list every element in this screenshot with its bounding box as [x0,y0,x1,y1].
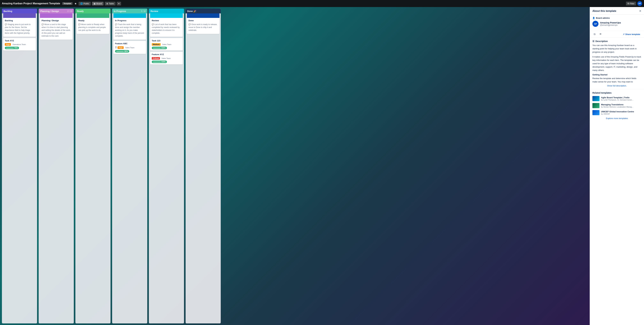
done-card-title: Done [188,19,218,22]
comment-icon: 💬 [78,23,81,26]
related-name-agile: Agile Board Template | Trello [601,96,633,99]
close-button[interactable]: ✕ [639,9,642,13]
task-123-badge: Medium [152,43,161,46]
card-review-label[interactable]: Review 💬 List of work that has been comp… [150,14,183,37]
feature-abc-progress: ⬥⬥⬥⬥⬥⬥⬥⬦ 80% [115,50,144,52]
column-inprogress-title: In Progress [114,10,126,12]
filter-button[interactable]: ⧉ Filter [626,2,636,6]
card-feature-xyz[interactable]: Feature XYZ Critical Sales Team ⬥⬥⬥⬥⬥⬥⬥⬥… [150,52,183,64]
card-color-bar [40,14,72,18]
column-inprogress-body: In Progress 💬 Track the work that is bei… [112,14,147,324]
description-text-1: You can use this Amazing Kanban board as… [592,44,642,54]
comment-icon: 💬 [5,23,7,26]
description-title: ☰ Description [592,40,642,42]
admin-name: Amazing PowerUps [600,22,621,24]
card-color-bar [187,14,220,18]
feature-xyz-progress: ⬥⬥⬥⬥⬥⬥⬥⬥ 100% [152,60,181,63]
board-view-button[interactable]: ▦ Board [92,2,104,6]
admin-icon: 👤 [592,17,595,19]
admin-row: AP Amazing PowerUps @amazingpowerups [592,21,642,27]
copy-icon: ⧉ [594,33,596,36]
more-views-button[interactable]: ▾ [117,2,121,6]
task-123-title: Task 123 [152,39,181,42]
related-info-unicef: UNICEF Global Innovation Centre by UNICE… [601,110,634,115]
related-item-unicef[interactable]: UNICEF Global Innovation Centre by UNICE… [592,110,642,115]
feature-xyz-title: Feature XYZ [152,53,181,56]
card-color-bar [77,14,109,18]
ready-card-title: Ready [78,19,108,22]
card-desc: 💬 Staging area to put work to plan for t… [5,23,34,34]
task-123-progress: ⬥⬥⬥⬥⬥⬥⬥⬥ 100% [152,47,181,49]
related-title: Related templates [592,92,642,94]
admin-handle: @amazingpowerups [600,24,621,26]
column-header-backlog: Backlog [2,9,37,14]
filter-icon: ⧉ [628,2,629,5]
getting-started-text: Review the template and determine which … [592,77,642,84]
watch-button[interactable]: 👁 [598,32,603,36]
share-icon: ↗ [623,33,624,36]
card-backlog-label[interactable]: Backlog 💬 Staging area to put work to pl… [3,14,36,37]
column-header-ready: Ready [76,9,110,14]
planning-card-desc: 💬 Move a card to this stage when it is t… [42,23,71,38]
inprogress-card-title: In Progress [115,19,144,22]
topnav: Amazing Kanban Project Management Templa… [0,0,644,7]
column-review-title: Review [150,10,158,12]
card-feature-abc[interactable]: Feature ABC ⠿ High Sales Team ⬥⬥⬥⬥⬥⬥⬥⬦ 8… [114,41,146,54]
visibility-button[interactable]: 🌐 Public [78,2,91,6]
column-backlog-title: Backlog [4,10,12,12]
related-name-unicef: UNICEF Global Innovation Centre [601,110,634,113]
column-backlog: Backlog Backlog 💬 Staging area to put wo… [2,9,37,324]
card-task-xyz[interactable]: Task XYZ High Operations Team ⬥⬥⬥⬥⬥⬥⬥⬦ 7… [3,38,36,50]
card-inprogress-label[interactable]: In Progress 💬 Track the work that is bei… [114,14,146,40]
drag-icon: ⠿ [115,46,117,49]
card-color-bar [114,14,146,18]
filter-label: Filter [630,2,634,5]
card-color-bar [150,14,183,18]
copy-button[interactable]: ⧉ [592,32,597,36]
user-avatar[interactable]: AP [637,1,642,6]
column-review-body: Review 💬 List of work that has been comp… [149,14,184,324]
card-done-label[interactable]: Done 💬 Once work is ready to release, mo… [187,14,220,34]
related-author-agile: by Lyndi Thompson, Sr. Demand Gener... [601,99,633,101]
related-thumb-agile [592,96,600,101]
planning-card-title: Planning / Design [42,19,71,22]
task-xyz-title: Task XYZ [5,39,34,42]
board-area: Backlog Backlog 💬 Staging area to put wo… [0,7,644,325]
column-done-title: Done 🎉 [187,10,196,12]
column-done-body: Done 💬 Once work is ready to release, mo… [186,14,221,324]
task-xyz-meta: High Operations Team [5,43,34,46]
show-full-description-link[interactable]: Show full description. [592,84,642,87]
share-template-button[interactable]: ↗ Share template [622,32,642,36]
template-badge: Template [62,2,72,5]
card-task-123[interactable]: Task 123 Medium Sales Team ⬥⬥⬥⬥⬥⬥⬥⬥ 100% [150,38,183,50]
review-card-title: Review [152,19,181,22]
board-admins-section: 👤 Board admins AP Amazing PowerUps @amaz… [590,14,644,31]
task-123-team: Sales Team [162,44,172,46]
done-card-desc: 💬 Once work is ready to release, move to… [188,23,218,32]
table-icon: ⊞ [106,2,108,5]
card-ready-label[interactable]: Ready 💬 Move cards to Ready when plannin… [77,14,109,34]
column-header-inprogress: In Progress 3 / 10 [112,9,147,14]
task-xyz-progress-pill: ⬥⬥⬥⬥⬥⬥⬥⬦ 75% [5,47,19,49]
column-review: Review Review 💬 List of work that has be… [149,9,184,324]
comment-icon: 💬 [152,23,154,26]
task-xyz-team: Operations Team [12,44,26,46]
column-inprogress: In Progress 3 / 10 In Progress 💬 Track t… [112,9,147,324]
column-planning: Planning / Design 2 / 10 Planning / Desi… [39,9,74,324]
ready-card-desc: 💬 Move cards to Ready when planning is c… [78,23,108,32]
board-admins-title: 👤 Board admins [592,17,642,19]
getting-started-title: Getting Started [592,74,642,76]
table-view-button[interactable]: ⊞ Table [105,2,116,6]
task-123-meta: Medium Sales Team [152,43,181,46]
related-item-agile[interactable]: Agile Board Template | Trello by Lyndi T… [592,96,642,101]
card-planning-label[interactable]: Planning / Design 💬 Move a card to this … [40,14,72,40]
star-icon[interactable]: ★ [74,2,77,5]
explore-templates-link[interactable]: Explore more templates [592,117,642,120]
task-xyz-badge: High [5,43,11,46]
column-planning-count: 2 / 10 [68,10,72,12]
card-title: Backlog [5,19,34,22]
sidebar: About this template ✕ 👤 Board admins AP … [590,7,644,325]
column-backlog-body: Backlog 💬 Staging area to put work to pl… [2,14,37,324]
related-item-translations[interactable]: Managing Translations by Denise Shimoni,… [592,103,642,108]
feature-xyz-meta: Critical Sales Team [152,57,181,60]
